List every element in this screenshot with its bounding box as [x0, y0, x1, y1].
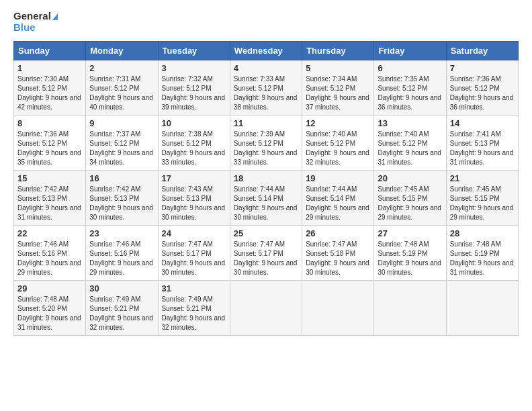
day-info-23: Sunrise: 7:46 AM Sunset: 5:16 PM Dayligh…: [89, 240, 154, 277]
day-info-4: Sunrise: 7:33 AM Sunset: 5:12 PM Dayligh…: [234, 75, 298, 112]
day-number-4: 4: [234, 63, 298, 73]
day-cell-14: 14 Sunrise: 7:41 AM Sunset: 5:13 PM Dayl…: [446, 116, 518, 171]
logo-text: General Blue: [13, 11, 58, 33]
day-number-18: 18: [234, 173, 298, 183]
day-number-31: 31: [162, 283, 226, 293]
day-info-17: Sunrise: 7:43 AM Sunset: 5:13 PM Dayligh…: [162, 185, 226, 222]
day-number-19: 19: [306, 173, 370, 183]
col-wednesday: Wednesday: [230, 42, 302, 60]
col-sunday: Sunday: [14, 42, 86, 60]
day-info-28: Sunrise: 7:48 AM Sunset: 5:19 PM Dayligh…: [450, 240, 515, 277]
day-info-7: Sunrise: 7:36 AM Sunset: 5:12 PM Dayligh…: [450, 75, 515, 112]
day-info-11: Sunrise: 7:39 AM Sunset: 5:12 PM Dayligh…: [234, 130, 298, 167]
day-info-25: Sunrise: 7:47 AM Sunset: 5:17 PM Dayligh…: [234, 240, 298, 277]
day-number-8: 8: [17, 118, 82, 128]
day-cell-23: 23 Sunrise: 7:46 AM Sunset: 5:16 PM Dayl…: [86, 226, 158, 281]
day-number-21: 21: [450, 173, 515, 183]
day-info-24: Sunrise: 7:47 AM Sunset: 5:17 PM Dayligh…: [162, 240, 226, 277]
day-number-11: 11: [234, 118, 298, 128]
day-number-2: 2: [89, 63, 154, 73]
day-cell-19: 19 Sunrise: 7:44 AM Sunset: 5:14 PM Dayl…: [302, 171, 374, 226]
day-number-6: 6: [378, 63, 442, 73]
day-number-20: 20: [378, 173, 442, 183]
day-info-26: Sunrise: 7:47 AM Sunset: 5:18 PM Dayligh…: [306, 240, 370, 277]
day-cell-5: 5 Sunrise: 7:34 AM Sunset: 5:12 PM Dayli…: [302, 60, 374, 116]
day-info-2: Sunrise: 7:31 AM Sunset: 5:12 PM Dayligh…: [89, 75, 154, 112]
logo: General Blue: [13, 11, 58, 33]
day-info-12: Sunrise: 7:40 AM Sunset: 5:12 PM Dayligh…: [306, 130, 370, 167]
day-number-29: 29: [17, 283, 82, 293]
day-info-21: Sunrise: 7:45 AM Sunset: 5:15 PM Dayligh…: [450, 185, 515, 222]
day-number-12: 12: [306, 118, 370, 128]
day-cell-27: 27 Sunrise: 7:48 AM Sunset: 5:19 PM Dayl…: [374, 226, 446, 281]
day-cell-26: 26 Sunrise: 7:47 AM Sunset: 5:18 PM Dayl…: [302, 226, 374, 281]
col-saturday: Saturday: [446, 42, 518, 60]
day-info-18: Sunrise: 7:44 AM Sunset: 5:14 PM Dayligh…: [234, 185, 298, 222]
day-info-14: Sunrise: 7:41 AM Sunset: 5:13 PM Dayligh…: [450, 130, 515, 167]
day-number-9: 9: [89, 118, 154, 128]
day-info-10: Sunrise: 7:38 AM Sunset: 5:12 PM Dayligh…: [162, 130, 226, 167]
col-monday: Monday: [86, 42, 158, 60]
day-cell-29: 29 Sunrise: 7:48 AM Sunset: 5:20 PM Dayl…: [14, 281, 86, 336]
col-thursday: Thursday: [302, 42, 374, 60]
day-cell-2: 2 Sunrise: 7:31 AM Sunset: 5:12 PM Dayli…: [86, 60, 158, 116]
day-number-15: 15: [17, 173, 82, 183]
day-info-15: Sunrise: 7:42 AM Sunset: 5:13 PM Dayligh…: [17, 185, 82, 222]
col-tuesday: Tuesday: [158, 42, 230, 60]
day-info-16: Sunrise: 7:42 AM Sunset: 5:13 PM Dayligh…: [89, 185, 154, 222]
empty-cell: [446, 281, 518, 336]
week-row-1: 1 Sunrise: 7:30 AM Sunset: 5:12 PM Dayli…: [14, 60, 519, 116]
day-info-3: Sunrise: 7:32 AM Sunset: 5:12 PM Dayligh…: [162, 75, 226, 112]
day-cell-1: 1 Sunrise: 7:30 AM Sunset: 5:12 PM Dayli…: [14, 60, 86, 116]
day-cell-8: 8 Sunrise: 7:36 AM Sunset: 5:12 PM Dayli…: [14, 116, 86, 171]
day-info-1: Sunrise: 7:30 AM Sunset: 5:12 PM Dayligh…: [17, 75, 82, 112]
day-info-27: Sunrise: 7:48 AM Sunset: 5:19 PM Dayligh…: [378, 240, 442, 277]
day-cell-30: 30 Sunrise: 7:49 AM Sunset: 5:21 PM Dayl…: [86, 281, 158, 336]
day-cell-10: 10 Sunrise: 7:38 AM Sunset: 5:12 PM Dayl…: [158, 116, 230, 171]
week-row-5: 29 Sunrise: 7:48 AM Sunset: 5:20 PM Dayl…: [14, 281, 519, 336]
col-friday: Friday: [374, 42, 446, 60]
day-number-1: 1: [17, 63, 82, 73]
day-number-22: 22: [17, 228, 82, 238]
empty-cell: [374, 281, 446, 336]
day-cell-24: 24 Sunrise: 7:47 AM Sunset: 5:17 PM Dayl…: [158, 226, 230, 281]
day-cell-20: 20 Sunrise: 7:45 AM Sunset: 5:15 PM Dayl…: [374, 171, 446, 226]
day-number-25: 25: [234, 228, 298, 238]
day-info-22: Sunrise: 7:46 AM Sunset: 5:16 PM Dayligh…: [17, 240, 82, 277]
main-container: General Blue Sunday Monday Tuesday Wedne…: [0, 0, 532, 342]
week-row-4: 22 Sunrise: 7:46 AM Sunset: 5:16 PM Dayl…: [14, 226, 519, 281]
day-cell-16: 16 Sunrise: 7:42 AM Sunset: 5:13 PM Dayl…: [86, 171, 158, 226]
day-cell-28: 28 Sunrise: 7:48 AM Sunset: 5:19 PM Dayl…: [446, 226, 518, 281]
empty-cell: [230, 281, 302, 336]
day-number-28: 28: [450, 228, 515, 238]
day-cell-15: 15 Sunrise: 7:42 AM Sunset: 5:13 PM Dayl…: [14, 171, 86, 226]
day-cell-22: 22 Sunrise: 7:46 AM Sunset: 5:16 PM Dayl…: [14, 226, 86, 281]
header: General Blue: [13, 11, 519, 33]
day-cell-9: 9 Sunrise: 7:37 AM Sunset: 5:12 PM Dayli…: [86, 116, 158, 171]
day-info-8: Sunrise: 7:36 AM Sunset: 5:12 PM Dayligh…: [17, 130, 82, 167]
day-number-26: 26: [306, 228, 370, 238]
day-number-23: 23: [89, 228, 154, 238]
day-number-16: 16: [89, 173, 154, 183]
day-cell-25: 25 Sunrise: 7:47 AM Sunset: 5:17 PM Dayl…: [230, 226, 302, 281]
day-number-5: 5: [306, 63, 370, 73]
day-cell-3: 3 Sunrise: 7:32 AM Sunset: 5:12 PM Dayli…: [158, 60, 230, 116]
day-info-9: Sunrise: 7:37 AM Sunset: 5:12 PM Dayligh…: [89, 130, 154, 167]
day-info-29: Sunrise: 7:48 AM Sunset: 5:20 PM Dayligh…: [17, 295, 82, 332]
day-cell-12: 12 Sunrise: 7:40 AM Sunset: 5:12 PM Dayl…: [302, 116, 374, 171]
day-info-6: Sunrise: 7:35 AM Sunset: 5:12 PM Dayligh…: [378, 75, 442, 112]
day-number-30: 30: [89, 283, 154, 293]
day-cell-13: 13 Sunrise: 7:40 AM Sunset: 5:12 PM Dayl…: [374, 116, 446, 171]
day-info-20: Sunrise: 7:45 AM Sunset: 5:15 PM Dayligh…: [378, 185, 442, 222]
day-info-31: Sunrise: 7:49 AM Sunset: 5:21 PM Dayligh…: [162, 295, 226, 332]
day-number-27: 27: [378, 228, 442, 238]
week-row-3: 15 Sunrise: 7:42 AM Sunset: 5:13 PM Dayl…: [14, 171, 519, 226]
header-row: Sunday Monday Tuesday Wednesday Thursday…: [14, 42, 519, 60]
day-number-17: 17: [162, 173, 226, 183]
day-cell-31: 31 Sunrise: 7:49 AM Sunset: 5:21 PM Dayl…: [158, 281, 230, 336]
day-number-3: 3: [162, 63, 226, 73]
day-cell-18: 18 Sunrise: 7:44 AM Sunset: 5:14 PM Dayl…: [230, 171, 302, 226]
day-number-10: 10: [162, 118, 226, 128]
day-cell-6: 6 Sunrise: 7:35 AM Sunset: 5:12 PM Dayli…: [374, 60, 446, 116]
day-info-13: Sunrise: 7:40 AM Sunset: 5:12 PM Dayligh…: [378, 130, 442, 167]
